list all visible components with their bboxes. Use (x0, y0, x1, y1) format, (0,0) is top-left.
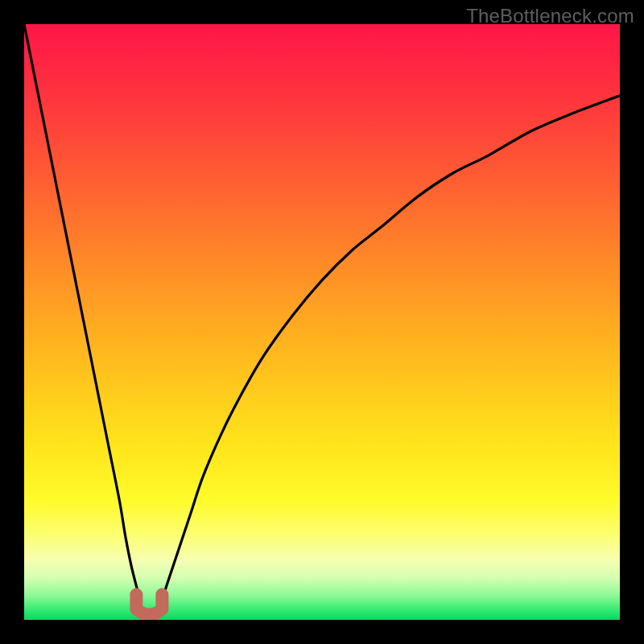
chart-plot-area (24, 24, 620, 620)
bottleneck-marker (24, 24, 620, 620)
watermark-text: TheBottleneck.com (466, 5, 634, 27)
